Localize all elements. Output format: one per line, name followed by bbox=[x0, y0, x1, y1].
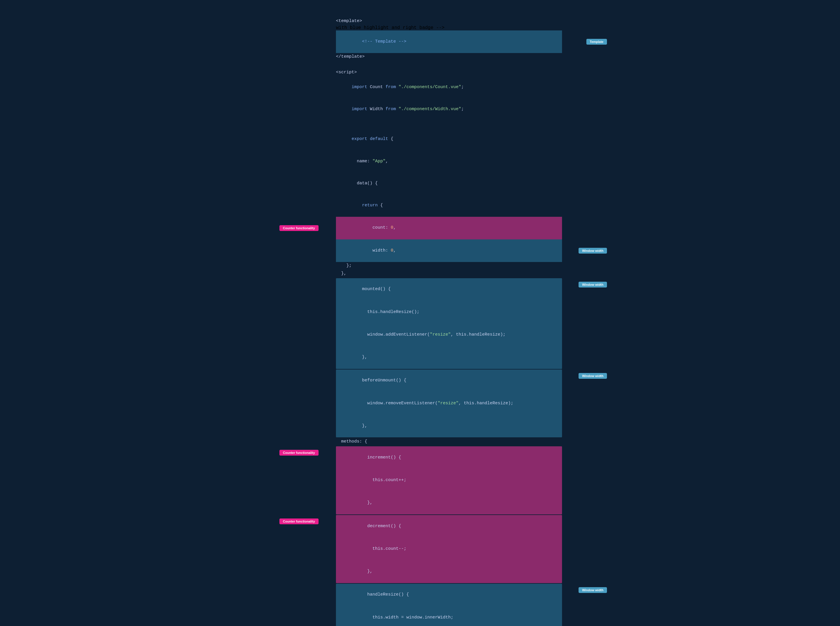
code-line: name: "App", bbox=[336, 150, 562, 172]
code-line: <template> bbox=[336, 17, 562, 25]
window-width-badge-beforeunmount: Window width bbox=[579, 373, 607, 379]
counter-functionality-badge-decrement: Counter functionality bbox=[279, 518, 319, 524]
code-line: </template> bbox=[336, 53, 562, 61]
counter-functionality-badge-increment: Counter functionality bbox=[279, 450, 319, 455]
code-container: <template> with blue highlight and right… bbox=[336, 12, 562, 626]
window-width-badge-mounted: Window width bbox=[579, 282, 607, 288]
code-line: <script> bbox=[336, 69, 562, 77]
mounted-section: Window width mounted() { this.handleResi… bbox=[336, 278, 562, 369]
window-width-badge-handleresize: Window width bbox=[579, 587, 607, 593]
increment-section: Counter functionality increment() { this… bbox=[336, 446, 562, 515]
code-line: return { bbox=[336, 194, 562, 216]
code-line bbox=[336, 121, 562, 128]
template-comment-line: <!-- Template --> Template bbox=[336, 30, 562, 53]
code-line: }; bbox=[336, 262, 562, 270]
handle-resize-section: Window width handleResize() { this.width… bbox=[336, 584, 562, 626]
width-line: width: 0, Window width bbox=[336, 239, 562, 262]
code-viewer: <template> with blue highlight and right… bbox=[336, 12, 504, 626]
code-line: data() { bbox=[336, 172, 562, 194]
code-line bbox=[336, 61, 562, 69]
code-line: import Count from "./components/Count.vu… bbox=[336, 76, 562, 98]
decrement-section: Counter functionality decrement() { this… bbox=[336, 515, 562, 583]
count-line: count: 0, Counter functionality bbox=[336, 217, 562, 239]
code-line: export default { bbox=[336, 128, 562, 150]
template-badge: Template bbox=[587, 39, 607, 45]
code-line: }, bbox=[336, 270, 562, 278]
counter-functionality-badge-count: Counter functionality bbox=[279, 225, 319, 231]
code-line: methods: { bbox=[336, 438, 562, 446]
before-unmount-section: Window width beforeUnmount() { window.re… bbox=[336, 369, 562, 438]
window-width-badge-width: Window width bbox=[579, 248, 607, 254]
code-line: import Width from "./components/Width.vu… bbox=[336, 99, 562, 121]
